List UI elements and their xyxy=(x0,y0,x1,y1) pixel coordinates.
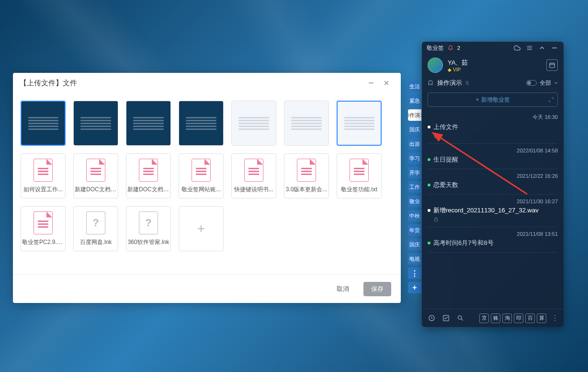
file-shortcut[interactable]: 360软件管家.lnk xyxy=(126,206,171,251)
note-timestamp: 2021/12/22 16:26 xyxy=(428,173,558,179)
lock-icon xyxy=(433,133,558,139)
dialog-header: 【上传文件】文件 xyxy=(13,73,401,93)
file-shortcut[interactable]: 百度网盘.lnk xyxy=(73,206,118,251)
svg-rect-13 xyxy=(434,219,437,221)
category-add-button[interactable]: + xyxy=(408,282,421,293)
svg-rect-7 xyxy=(550,63,555,68)
checkbox-icon[interactable] xyxy=(441,314,451,323)
avatar[interactable] xyxy=(428,58,443,73)
file-thumbnail[interactable] xyxy=(337,101,382,146)
status-dot xyxy=(428,158,430,161)
filter-dropdown[interactable]: 全部 xyxy=(526,79,558,87)
notes-list[interactable]: 今天 16:30上传文件2022/01/08 14:58生日提醒2021/12/… xyxy=(422,110,564,309)
status-dot xyxy=(428,184,430,186)
category-tag[interactable]: 中秋 xyxy=(408,210,421,221)
note-timestamp: 2021/11/30 16:27 xyxy=(428,198,558,204)
cloud-sync-icon[interactable] xyxy=(513,44,521,52)
file-thumbnail[interactable] xyxy=(21,101,66,146)
note-item[interactable]: 2022/01/08 14:58生日提醒 xyxy=(428,144,558,169)
category-name: 操作演示 xyxy=(437,79,462,87)
notification-count: 2 xyxy=(457,45,460,51)
file-thumbnail[interactable] xyxy=(126,101,171,146)
dialog-title: 【上传文件】文件 xyxy=(20,79,77,88)
category-tag[interactable]: 工作 xyxy=(408,181,421,193)
file-label: 敬业签PC2.9.0... xyxy=(22,238,64,246)
category-tag[interactable]: 生活 xyxy=(408,81,421,92)
note-item[interactable]: 2021/12/22 16:26恋爱天数 xyxy=(428,169,558,195)
file-thumbnail[interactable] xyxy=(284,101,329,146)
footer-shortcut[interactable]: 算 xyxy=(537,314,546,323)
lock-icon xyxy=(433,217,558,222)
file-doc[interactable]: 3.0版本更新会... xyxy=(284,153,329,198)
category-header: 操作演示 5 全部 xyxy=(422,76,564,90)
close-button[interactable] xyxy=(379,75,394,91)
note-item[interactable]: 2021/11/30 16:27新增record_20211130_16_27_… xyxy=(428,195,558,227)
note-title: 上传文件 xyxy=(428,123,558,131)
note-title: 生日提醒 xyxy=(428,155,558,164)
document-icon xyxy=(297,159,316,182)
add-note-button[interactable]: +新增敬业签 xyxy=(428,93,558,107)
calendar-icon[interactable] xyxy=(546,59,558,71)
category-tag-active[interactable]: 操作演示 xyxy=(408,109,421,121)
note-item[interactable]: 今天 16:30上传文件 xyxy=(428,110,558,144)
file-thumbnail[interactable] xyxy=(73,101,118,146)
document-icon xyxy=(34,159,53,182)
user-name: YA、茹 xyxy=(448,58,468,67)
footer-shortcut[interactable]: 账 xyxy=(491,314,500,323)
status-dot xyxy=(428,126,430,128)
clock-icon[interactable] xyxy=(427,314,436,323)
category-tag[interactable]: 学习 xyxy=(408,152,421,164)
file-grid-area: 如何设置工作...新建DOC文档(...新建DOC文档(...敬业签网站账...… xyxy=(13,93,401,274)
expand-icon[interactable] xyxy=(549,97,554,102)
category-more-button[interactable]: ⋮ xyxy=(408,267,421,279)
file-doc[interactable]: 敬业签PC2.9.0... xyxy=(21,206,66,251)
footer-shortcut[interactable]: 百 xyxy=(525,314,535,323)
category-tag[interactable]: 出游 xyxy=(408,138,421,150)
category-tag[interactable]: 紧急 xyxy=(408,95,421,106)
file-doc[interactable]: 如何设置工作... xyxy=(21,153,66,198)
file-doc[interactable]: 敬业签网站账... xyxy=(179,153,224,198)
note-title: 恋爱天数 xyxy=(428,181,558,189)
minimize-button[interactable] xyxy=(363,75,379,91)
category-count: 5 xyxy=(466,80,469,86)
document-icon xyxy=(244,159,263,182)
note-title: 新增record_20211130_16_27_32.wav xyxy=(428,206,558,215)
file-label: 如何设置工作... xyxy=(22,186,64,194)
category-tag[interactable]: 电视 xyxy=(408,253,421,265)
file-doc[interactable]: 敬业签功能.txt xyxy=(337,153,382,198)
toggle-icon[interactable] xyxy=(526,80,537,86)
category-tag[interactable]: 国庆 xyxy=(408,239,421,250)
note-title: 高考时间6月7号和8号 xyxy=(428,239,558,247)
panel-footer: 京账淘印百算 ⋮ xyxy=(422,309,564,327)
svg-rect-12 xyxy=(434,136,437,138)
save-button[interactable]: 保存 xyxy=(363,282,391,296)
category-tag[interactable]: 国庆 xyxy=(408,124,421,135)
category-tag[interactable]: 开学 xyxy=(408,167,421,178)
file-doc[interactable]: 新建DOC文档(... xyxy=(126,153,171,198)
document-icon xyxy=(139,159,158,182)
footer-shortcut[interactable]: 京 xyxy=(479,314,489,323)
menu-icon[interactable] xyxy=(525,44,534,52)
add-file-button[interactable]: + xyxy=(179,206,224,251)
status-dot xyxy=(428,209,430,212)
file-label: 百度网盘.lnk xyxy=(75,238,117,246)
file-thumbnail[interactable] xyxy=(179,101,224,146)
file-thumbnail[interactable] xyxy=(231,101,276,146)
file-label: 新建DOC文档(... xyxy=(127,186,170,194)
file-label: 敬业签网站账... xyxy=(180,186,222,194)
footer-shortcut[interactable]: 淘 xyxy=(502,314,512,323)
cancel-button[interactable]: 取消 xyxy=(329,282,357,296)
category-tag[interactable]: 敬业 xyxy=(408,196,421,207)
note-item[interactable]: 2021/11/08 13:51高考时间6月7号和8号 xyxy=(428,227,558,253)
file-doc[interactable]: 快捷键说明书... xyxy=(231,153,276,198)
document-icon xyxy=(34,211,53,234)
collapse-icon[interactable] xyxy=(538,44,546,52)
more-icon[interactable]: ⋮ xyxy=(551,314,559,323)
file-doc[interactable]: 新建DOC文档(... xyxy=(73,153,118,198)
search-icon[interactable] xyxy=(455,314,465,323)
document-icon xyxy=(350,159,369,182)
footer-shortcut[interactable]: 印 xyxy=(514,314,523,323)
category-tag[interactable]: 年货 xyxy=(408,224,421,236)
bell-icon[interactable] xyxy=(448,45,453,51)
panel-minimize-icon[interactable] xyxy=(550,44,559,52)
